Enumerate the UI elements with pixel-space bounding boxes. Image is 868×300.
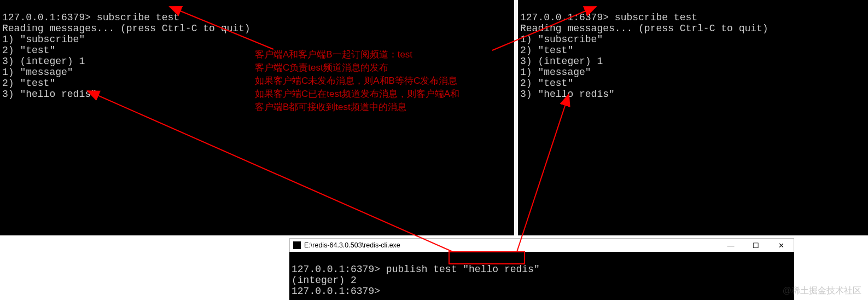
command-text: subscribe test	[615, 12, 697, 23]
terminal-line: 2) "test"	[520, 45, 573, 56]
terminal-line: 1) "message"	[520, 67, 591, 78]
minimize-button[interactable]: —	[718, 239, 743, 252]
app-icon	[293, 241, 301, 249]
terminal-line: Reading messages... (press Ctrl-C to qui…	[520, 23, 768, 34]
annotation-line: 客户端B都可接收到test频道中的消息	[255, 101, 512, 114]
terminal-line: 3) "hello redis"	[2, 89, 97, 100]
terminal-client-b[interactable]: 127.0.0.1:6379> subscribe test Reading m…	[518, 0, 868, 235]
terminal-line: 1) "message"	[2, 67, 73, 78]
terminal-line: 1) "subscribe"	[2, 34, 85, 45]
annotation-text: 客户端A和客户端B一起订阅频道：test 客户端C负责test频道消息的发布 如…	[255, 48, 512, 114]
terminal-client-c[interactable]: 127.0.0.1:6379> publish test "hello redi…	[289, 252, 794, 300]
terminal-client-a[interactable]: 127.0.0.1:6379> subscribe test Reading m…	[0, 0, 514, 235]
watermark: @稀土掘金技术社区	[783, 285, 861, 297]
terminal-line: 3) (integer) 1	[2, 56, 85, 67]
terminal-line: 2) "test"	[2, 78, 55, 89]
pane-divider	[514, 0, 518, 235]
prompt: 127.0.0.1:6379>	[292, 264, 380, 275]
prompt: 127.0.0.1:6379>	[2, 12, 91, 23]
terminal-line: (integer) 2	[292, 275, 357, 286]
command-text: subscribe test	[97, 12, 179, 23]
terminal-line: 2) "test"	[520, 78, 573, 89]
annotation-line: 客户端A和客户端B一起订阅频道：test	[255, 48, 512, 61]
annotation-line: 客户端C负责test频道消息的发布	[255, 61, 512, 74]
terminal-line: 3) "hello redis"	[520, 89, 615, 100]
maximize-button[interactable]: ☐	[743, 239, 768, 252]
terminal-line: 2) "test"	[2, 45, 55, 56]
terminal-line: Reading messages... (press Ctrl-C to qui…	[2, 23, 251, 34]
highlight-box	[448, 251, 525, 264]
prompt: 127.0.0.1:6379>	[292, 286, 380, 297]
prompt: 127.0.0.1:6379>	[520, 12, 609, 23]
close-button[interactable]: ✕	[768, 239, 794, 252]
terminal-line: 1) "subscribe"	[520, 34, 603, 45]
command-text: publish test "hello redis"	[386, 264, 540, 275]
window-title: E:\redis-64.3.0.503\redis-cli.exe	[304, 241, 718, 249]
annotation-line: 如果客户端C未发布消息，则A和B等待C发布消息	[255, 74, 512, 88]
window-titlebar[interactable]: E:\redis-64.3.0.503\redis-cli.exe — ☐ ✕	[289, 238, 794, 252]
terminal-line: 3) (integer) 1	[520, 56, 603, 67]
annotation-line: 如果客户端C已在test频道发布消息，则客户端A和	[255, 88, 512, 101]
